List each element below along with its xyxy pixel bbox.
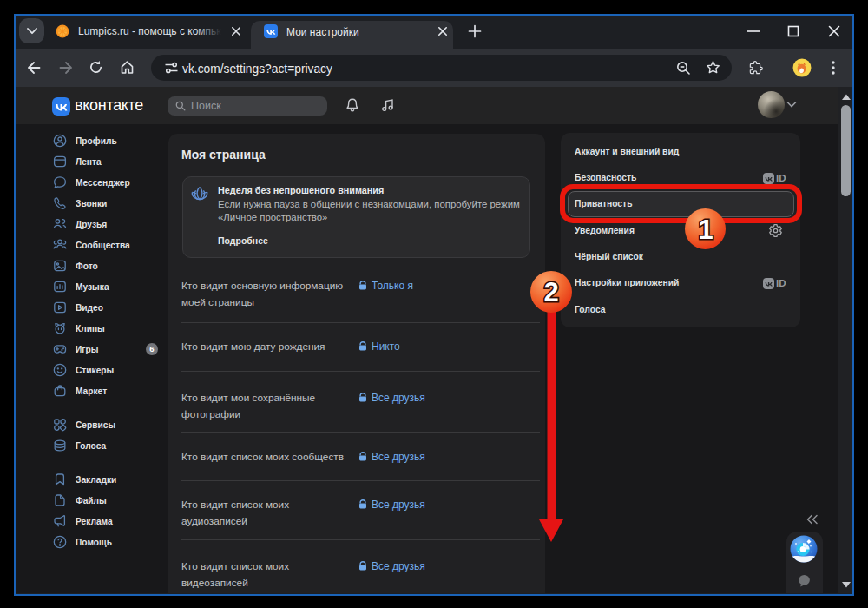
svg-text:2: 2 — [543, 277, 558, 307]
svg-text:1: 1 — [698, 215, 713, 245]
